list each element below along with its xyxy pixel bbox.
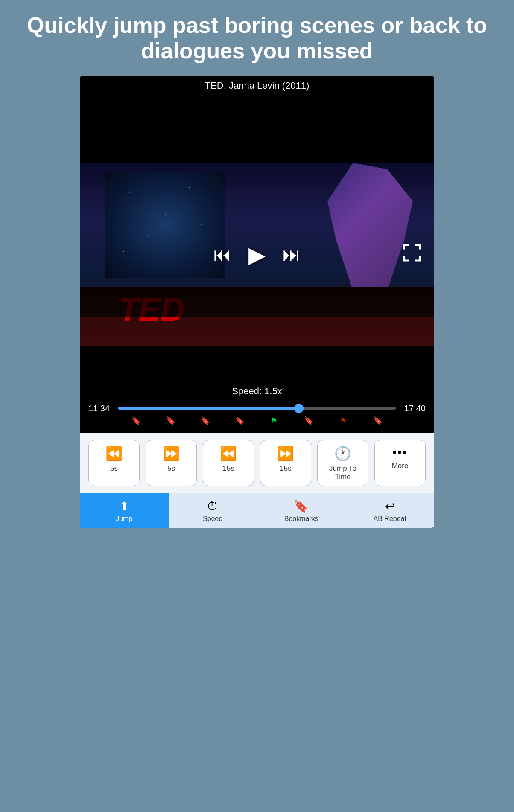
forward-15s-label: 15s <box>280 464 291 473</box>
forward-5s-label: 5s <box>167 464 175 473</box>
timeline-row: 11:34 17:40 <box>88 402 426 415</box>
skip-to-start-button[interactable]: ⏮ <box>213 244 231 265</box>
jump-to-time-button[interactable]: 🕐 Jump To Time <box>317 440 368 486</box>
forward-15s-button[interactable]: ⏩ 15s <box>260 440 311 486</box>
bookmark-2[interactable]: 🔖 <box>154 416 188 425</box>
more-label: More <box>392 462 409 470</box>
more-dots-icon: ••• <box>392 445 407 459</box>
rewind-5s-icon: ⏪ <box>105 445 123 462</box>
nav-bookmarks[interactable]: 🔖 Bookmarks <box>257 493 346 528</box>
speed-display: Speed: 1.5x <box>80 381 434 402</box>
bookmark-5[interactable]: 🔖 <box>292 416 326 425</box>
rewind-15s-label: 15s <box>222 464 234 473</box>
bookmark-6[interactable]: 🔖 <box>360 416 395 425</box>
svg-marker-0 <box>403 244 409 249</box>
forward-5s-button[interactable]: ⏩ 5s <box>146 440 197 486</box>
video-player: TED: Janna Levin (2011) TED ⏮ ▶ ⏭ <box>80 76 434 528</box>
rewind-5s-label: 5s <box>110 464 118 473</box>
audience-silhouette <box>80 287 434 317</box>
video-black-bottom <box>80 346 434 381</box>
more-button[interactable]: ••• More <box>374 440 426 486</box>
progress-thumb <box>294 404 304 413</box>
bottom-navigation: ⬆ Jump ⏱ Speed 🔖 Bookmarks ↩ AB Repeat <box>80 493 434 528</box>
rewind-5s-button[interactable]: ⏪ 5s <box>88 440 140 486</box>
svg-marker-2 <box>403 256 409 261</box>
svg-marker-3 <box>415 256 421 261</box>
controls-panel: ⏪ 5s ⏩ 5s ⏪ 15s ⏩ 15s 🕐 Jump To Time •••… <box>80 433 434 493</box>
ab-repeat-icon: ↩ <box>385 499 395 513</box>
fullscreen-button[interactable] <box>403 243 421 266</box>
bookmarks-row: 🔖 🔖 🔖 🔖 ⚑ 🔖 ⚑ 🔖 <box>88 415 426 429</box>
bookmarks-nav-icon: 🔖 <box>294 499 309 513</box>
nav-speed[interactable]: ⏱ Speed <box>169 493 257 528</box>
video-frame[interactable]: TED ⏮ ▶ ⏭ <box>80 163 434 346</box>
page-headline: Quickly jump past boring scenes or back … <box>9 13 505 64</box>
nav-jump[interactable]: ⬆ Jump <box>80 493 169 528</box>
speed-icon: ⏱ <box>207 499 219 513</box>
forward-15s-icon: ⏩ <box>277 445 294 462</box>
progress-track[interactable] <box>118 407 396 410</box>
forward-5s-icon: ⏩ <box>163 445 180 462</box>
bookmark-4[interactable]: 🔖 <box>222 416 257 425</box>
galaxy-stars <box>105 172 225 278</box>
galaxy-panel <box>105 172 225 278</box>
svg-marker-1 <box>415 244 421 249</box>
play-button[interactable]: ▶ <box>248 242 266 268</box>
nav-speed-label: Speed <box>203 515 222 523</box>
video-black-top <box>80 95 434 163</box>
progress-fill <box>118 407 299 410</box>
current-time: 11:34 <box>88 404 114 413</box>
rewind-15s-icon: ⏪ <box>220 445 237 462</box>
video-title: TED: Janna Levin (2011) <box>80 76 434 95</box>
bookmark-3[interactable]: 🔖 <box>188 416 223 425</box>
jump-icon: ⬆ <box>119 499 129 513</box>
playback-controls: ⏮ ▶ ⏭ <box>213 242 301 268</box>
total-time: 17:40 <box>400 404 426 413</box>
flag-red[interactable]: ⚑ <box>326 416 361 425</box>
jump-to-time-label: Jump To Time <box>321 464 365 482</box>
nav-ab-repeat[interactable]: ↩ AB Repeat <box>346 493 435 528</box>
rewind-15s-button[interactable]: ⏪ 15s <box>203 440 254 486</box>
flag-green[interactable]: ⚑ <box>257 416 292 425</box>
clock-icon: 🕐 <box>334 445 351 462</box>
nav-bookmarks-label: Bookmarks <box>284 515 318 523</box>
bookmark-1[interactable]: 🔖 <box>119 416 154 425</box>
skip-to-end-button[interactable]: ⏭ <box>283 244 301 265</box>
timeline-area: 11:34 17:40 🔖 🔖 🔖 🔖 ⚑ 🔖 ⚑ 🔖 <box>80 402 434 433</box>
nav-jump-label: Jump <box>116 515 132 523</box>
nav-ab-repeat-label: AB Repeat <box>374 515 406 523</box>
